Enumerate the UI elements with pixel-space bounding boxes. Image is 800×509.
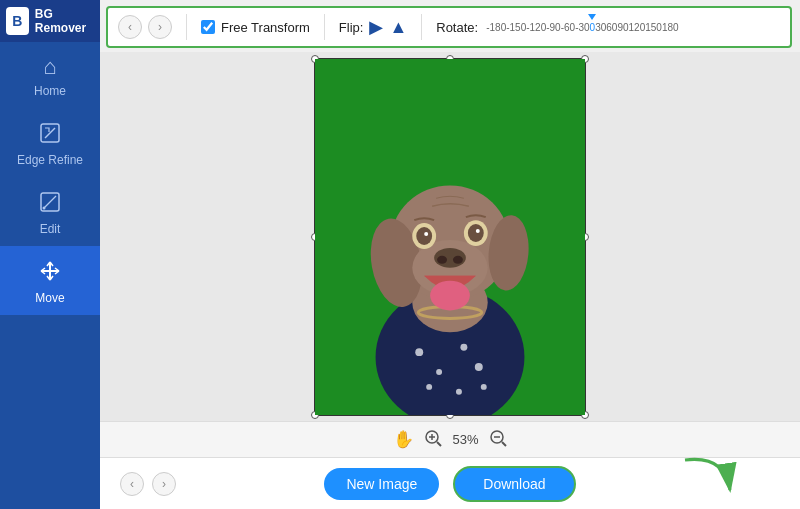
- back-button[interactable]: ‹: [118, 15, 142, 39]
- sidebar-item-home[interactable]: ⌂ Home: [0, 42, 100, 108]
- sidebar-item-edit[interactable]: Edit: [0, 177, 100, 246]
- toolbar-divider-3: [421, 14, 422, 40]
- toolbar-nav: ‹ ›: [118, 15, 172, 39]
- svg-point-5: [415, 348, 423, 356]
- rotate-ruler[interactable]: -180 -150 -120 -90 -60 -30 0 30 60 90 12…: [486, 22, 678, 33]
- rotate-label: Rotate:: [436, 20, 478, 35]
- action-bar: ‹ › New Image Download: [100, 457, 800, 509]
- move-icon: [39, 260, 61, 285]
- flip-horizontal-button[interactable]: ◀: [369, 16, 383, 38]
- svg-point-19: [437, 255, 447, 263]
- app-title: BG Remover: [35, 7, 94, 36]
- next-button[interactable]: ›: [152, 472, 176, 496]
- rotate-section: Rotate: -180 -150 -120 -90 -60 -30 0 30 …: [436, 20, 678, 35]
- toolbar-divider-1: [186, 14, 187, 40]
- canvas-area: [100, 52, 800, 421]
- main-content: ‹ › Free Transform Flip: ◀ ▲ Rotate: -18…: [100, 0, 800, 509]
- prev-button[interactable]: ‹: [120, 472, 144, 496]
- free-transform-checkbox[interactable]: [201, 20, 215, 34]
- flip-section: Flip: ◀ ▲: [339, 16, 407, 38]
- new-image-button[interactable]: New Image: [324, 468, 439, 500]
- app-header: B BG Remover: [0, 0, 100, 42]
- edit-icon: [39, 191, 61, 216]
- svg-point-7: [460, 343, 467, 350]
- svg-point-26: [468, 224, 484, 242]
- toolbar: ‹ › Free Transform Flip: ◀ ▲ Rotate: -18…: [106, 6, 792, 48]
- zoom-in-icon[interactable]: [424, 429, 442, 450]
- zoom-value: 53%: [452, 432, 478, 447]
- download-button[interactable]: Download: [453, 466, 575, 502]
- sidebar-item-move-label: Move: [35, 291, 64, 305]
- svg-point-8: [475, 363, 483, 371]
- sidebar-item-edge-refine-label: Edge Refine: [17, 153, 83, 167]
- zoom-out-icon[interactable]: [489, 429, 507, 451]
- free-transform-label: Free Transform: [221, 20, 310, 35]
- svg-point-10: [456, 388, 462, 394]
- app-logo: B: [6, 7, 29, 35]
- sidebar-item-move[interactable]: Move: [0, 246, 100, 315]
- flip-vertical-button[interactable]: ▲: [389, 17, 407, 38]
- svg-point-11: [481, 383, 487, 389]
- svg-point-24: [424, 232, 428, 236]
- download-arrow-indicator: [675, 450, 745, 505]
- sidebar-item-edge-refine[interactable]: Edge Refine: [0, 108, 100, 177]
- free-transform-control: Free Transform: [201, 20, 310, 35]
- sidebar-item-home-label: Home: [34, 84, 66, 98]
- svg-point-2: [43, 207, 46, 210]
- svg-point-21: [430, 280, 470, 310]
- svg-point-27: [476, 229, 480, 233]
- svg-point-9: [426, 383, 432, 389]
- home-icon: ⌂: [43, 56, 56, 78]
- svg-line-33: [502, 442, 506, 446]
- svg-point-6: [436, 369, 442, 375]
- sidebar-item-edit-label: Edit: [40, 222, 61, 236]
- flip-label: Flip:: [339, 20, 364, 35]
- hand-tool-icon[interactable]: ✋: [393, 429, 414, 450]
- toolbar-divider-2: [324, 14, 325, 40]
- edge-refine-icon: [39, 122, 61, 147]
- svg-point-20: [453, 255, 463, 263]
- svg-point-23: [416, 227, 432, 245]
- image-frame[interactable]: [314, 58, 586, 416]
- dog-image: [315, 59, 585, 415]
- forward-button[interactable]: ›: [148, 15, 172, 39]
- svg-line-29: [437, 442, 441, 446]
- sidebar: B BG Remover ⌂ Home Edge Refine Edit: [0, 0, 100, 509]
